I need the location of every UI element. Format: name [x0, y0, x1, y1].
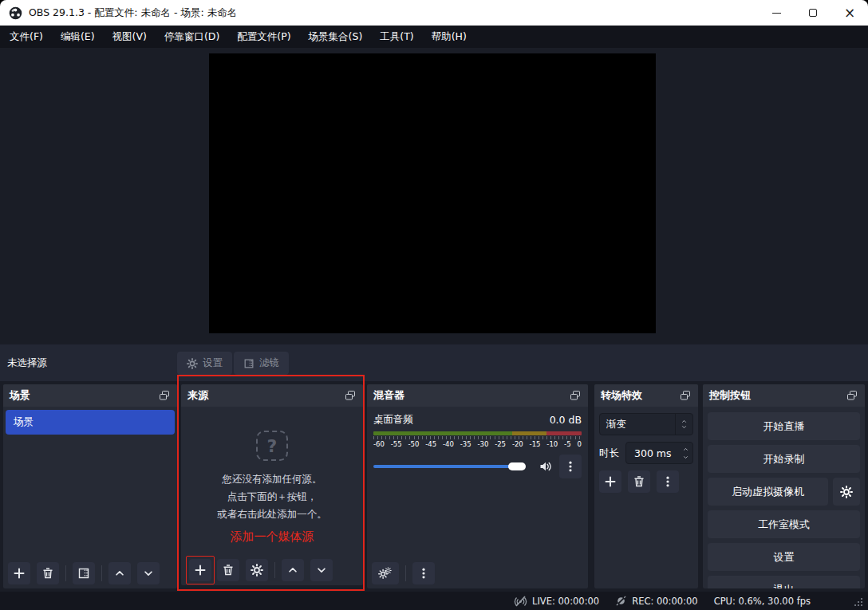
exit-button[interactable]: 退出 — [708, 576, 860, 588]
start-recording-button[interactable]: 开始录制 — [708, 445, 860, 473]
add-scene-button[interactable] — [8, 562, 30, 584]
filter-icon — [243, 358, 254, 369]
menu-docks[interactable]: 停靠窗口(D) — [156, 26, 228, 48]
sources-empty-area[interactable]: ? 您还没有添加任何源。 点击下面的＋按钮， 或者右击此处添加一个。 添加一个媒… — [181, 407, 363, 585]
transitions-dock: 转场特效 渐变 时长 — [594, 384, 698, 588]
menu-tools[interactable]: 工具(T) — [371, 26, 422, 48]
menu-profile[interactable]: 配置文件(P) — [228, 26, 299, 48]
scenes-dock-header[interactable]: 场景 — [3, 384, 177, 407]
mixer-channel: 桌面音频 0.0 dB -60-55 -50-45 -40-35 -30-25 — [367, 407, 588, 478]
toolbar-separator — [405, 565, 406, 581]
resize-grip[interactable] — [854, 597, 863, 607]
transitions-toolbar — [599, 470, 693, 493]
kebab-icon — [564, 460, 577, 473]
audio-channel-name: 桌面音频 — [373, 413, 413, 427]
maximize-button[interactable] — [795, 0, 831, 26]
menu-file[interactable]: 文件(F) — [1, 26, 52, 48]
add-source-button[interactable] — [189, 559, 211, 581]
sources-toolbar — [189, 559, 333, 581]
menu-edit[interactable]: 编辑(E) — [52, 26, 104, 48]
controls-dock-header[interactable]: 控制按钮 — [703, 384, 865, 407]
kebab-icon — [417, 567, 430, 580]
remove-transition-button[interactable] — [628, 470, 650, 493]
mixer-dock-title: 混音器 — [373, 388, 404, 403]
volume-slider-track — [373, 465, 521, 468]
trash-icon — [222, 564, 235, 577]
source-properties-button[interactable]: 设置 — [177, 352, 232, 375]
title-bar: OBS 29.1.3 - 配置文件: 未命名 - 场景: 未命名 × — [0, 0, 868, 26]
spin-up-button[interactable] — [682, 447, 689, 452]
speaker-icon[interactable] — [539, 460, 553, 473]
source-filters-button[interactable]: 滤镜 — [234, 352, 289, 375]
minimize-button[interactable] — [758, 0, 795, 26]
toolbar-separator — [65, 565, 66, 581]
settings-button[interactable]: 设置 — [708, 543, 860, 571]
popout-icon — [846, 389, 858, 402]
channel-options-button[interactable] — [559, 455, 582, 478]
annotation-label: 添加一个媒体源 — [231, 529, 314, 545]
meter-yellow-zone — [512, 431, 546, 435]
menu-bar: 文件(F) 编辑(E) 视图(V) 停靠窗口(D) 配置文件(P) 场景集合(S… — [0, 26, 868, 48]
trash-icon — [41, 567, 54, 580]
transitions-dock-title: 转场特效 — [601, 388, 642, 403]
move-scene-up-button[interactable] — [108, 562, 131, 584]
gear-icon — [251, 564, 263, 577]
menu-help[interactable]: 帮助(H) — [423, 26, 475, 48]
duration-spinbox[interactable]: 300 ms — [625, 442, 693, 464]
meter-tick-labels: -60-55 -50-45 -40-35 -30-25 -20-15 -10-5… — [373, 440, 582, 448]
meter-red-zone — [546, 431, 582, 435]
empty-hint-line: 点击下面的＋按钮， — [227, 488, 318, 506]
live-status: LIVE: 00:00:00 — [514, 595, 599, 608]
volume-slider[interactable] — [373, 459, 532, 474]
move-source-up-button[interactable] — [282, 559, 304, 581]
meter-tick-marks — [373, 436, 582, 439]
chevron-up-icon — [114, 568, 125, 579]
studio-mode-button[interactable]: 工作室模式 — [708, 510, 860, 538]
toolbar-separator — [274, 562, 275, 578]
close-icon: × — [844, 6, 855, 20]
kebab-icon — [661, 475, 674, 488]
preview-area — [0, 48, 868, 344]
remove-source-button[interactable] — [217, 559, 239, 581]
popout-icon — [679, 389, 692, 402]
double-gear-icon — [378, 567, 393, 580]
advanced-audio-button[interactable] — [372, 562, 399, 584]
minimize-icon — [772, 13, 781, 14]
scene-list-item[interactable]: 场景 — [6, 410, 175, 435]
move-source-down-button[interactable] — [310, 559, 333, 581]
close-button[interactable]: × — [831, 0, 868, 26]
plus-icon — [13, 567, 26, 580]
mixer-dock-header[interactable]: 混音器 — [367, 384, 588, 407]
rec-status: REC: 00:00:00 — [615, 595, 697, 607]
transitions-dock-header[interactable]: 转场特效 — [594, 384, 698, 407]
spin-down-button[interactable] — [682, 455, 689, 460]
toolbar-separator — [101, 565, 102, 581]
cpu-fps-status: CPU: 0.6%, 30.00 fps — [714, 596, 811, 607]
chevron-up-icon — [681, 419, 688, 424]
transition-select[interactable]: 渐变 — [599, 413, 693, 435]
chevron-down-icon — [681, 424, 688, 430]
duration-label: 时长 — [599, 447, 619, 460]
add-transition-button[interactable] — [599, 470, 621, 493]
start-virtual-camera-button[interactable]: 启动虚拟摄像机 — [708, 478, 828, 506]
sources-dock-header[interactable]: 来源 — [181, 384, 363, 407]
remove-scene-button[interactable] — [37, 562, 59, 584]
menu-view[interactable]: 视图(V) — [104, 26, 156, 48]
scene-filters-button[interactable] — [73, 562, 95, 584]
menu-scene-collection[interactable]: 场景集合(S) — [300, 26, 372, 48]
controls-dock-title: 控制按钮 — [709, 388, 751, 403]
preview-canvas[interactable] — [209, 53, 656, 333]
virtual-camera-config-button[interactable] — [833, 478, 860, 506]
mixer-options-button[interactable] — [412, 562, 435, 584]
empty-hint-line: 您还没有添加任何源。 — [223, 470, 322, 488]
volume-slider-handle[interactable] — [508, 462, 526, 470]
move-scene-down-button[interactable] — [137, 562, 160, 584]
transition-selected-value: 渐变 — [600, 418, 675, 431]
transition-options-button[interactable] — [657, 470, 679, 493]
sources-empty-state: ? 您还没有添加任何源。 点击下面的＋按钮， 或者右击此处添加一个。 添加一个媒… — [181, 431, 363, 545]
popout-icon — [344, 389, 357, 402]
scenes-dock-title: 场景 — [10, 388, 30, 403]
start-streaming-button[interactable]: 开始直播 — [708, 412, 860, 440]
scenes-dock: 场景 场景 — [3, 384, 177, 588]
source-properties-toolbar-button[interactable] — [246, 559, 268, 581]
